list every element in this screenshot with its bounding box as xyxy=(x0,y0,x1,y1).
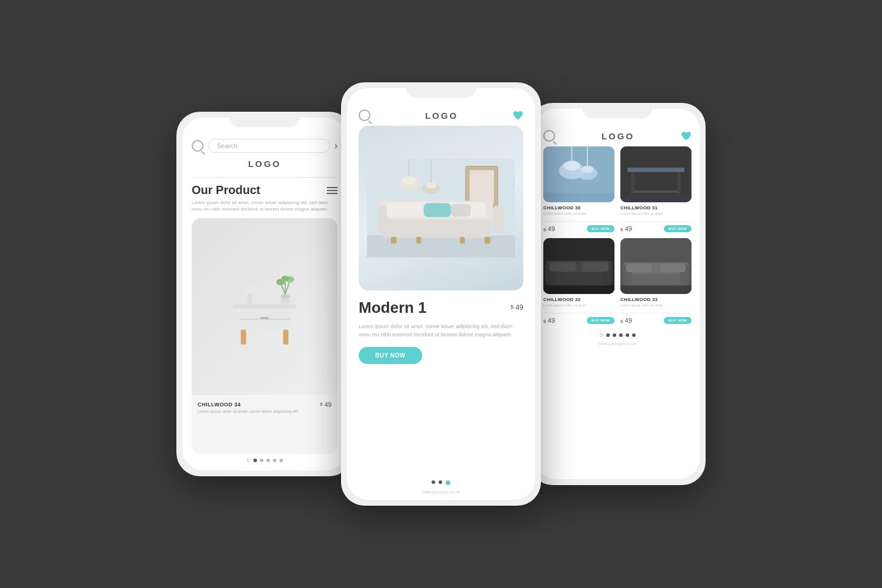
right-buy-btn-4[interactable]: BUY NOW xyxy=(664,317,691,324)
phone-center: LOGO xyxy=(341,82,541,506)
dot-5[interactable] xyxy=(273,459,276,462)
phone-right: LOGO xyxy=(529,103,706,485)
center-website: www.yourapps.co.uk xyxy=(422,490,460,494)
right-buy-btn-2[interactable]: BUY NOW xyxy=(664,225,691,232)
right-dot-1[interactable] xyxy=(600,333,603,337)
phone-center-screen: LOGO xyxy=(347,88,535,500)
right-product-sub-2: Lorem ipsum dolor sit amet xyxy=(620,212,691,215)
phone-left-screen: Search › LOGO Our Product Lor xyxy=(182,118,347,470)
right-product-name-2: CHILLWOOD 31 xyxy=(620,205,691,211)
svg-rect-37 xyxy=(485,237,490,244)
dot-4[interactable] xyxy=(266,459,270,462)
grid-product-4: CHILLWOOD 33 Lorem ipsum dolor sit amet … xyxy=(620,238,691,324)
right-price-row-1: $ 49 BUY NOW xyxy=(543,225,614,232)
product-card-info: CHILLWOOD 34 $ 49 Lorem ipsum dolor sit … xyxy=(192,395,338,417)
product-name: CHILLWOOD 34 xyxy=(198,402,241,407)
right-buy-btn-3[interactable]: BUY NOW xyxy=(587,317,614,324)
right-logo: LOGO xyxy=(602,131,634,141)
right-search-icon[interactable] xyxy=(543,130,555,142)
grid-product-img-1 xyxy=(543,146,614,202)
right-dot-6[interactable] xyxy=(632,333,636,337)
center-buy-now-button[interactable]: BUY NOW xyxy=(359,347,422,364)
phone-left: Search › LOGO Our Product Lor xyxy=(176,112,353,476)
center-dot-1[interactable] xyxy=(432,480,435,484)
right-buy-btn-1[interactable]: BUY NOW xyxy=(587,225,614,232)
right-screen-content: LOGO xyxy=(535,109,700,479)
right-price-1: $ 49 xyxy=(543,225,555,232)
sofa-dark-svg-2 xyxy=(620,238,691,294)
svg-rect-65 xyxy=(626,264,652,273)
grid-product-img-2 xyxy=(620,146,691,202)
right-product-name-1: CHILLWOOD 30 xyxy=(543,205,614,211)
right-heart-icon[interactable] xyxy=(681,131,691,141)
hamburger-icon[interactable] xyxy=(327,187,338,194)
right-price-3: $ 49 xyxy=(543,317,555,324)
svg-rect-29 xyxy=(493,206,504,233)
svg-point-15 xyxy=(282,276,289,281)
right-price-4: $ 49 xyxy=(620,317,632,324)
svg-rect-32 xyxy=(424,203,451,218)
svg-rect-34 xyxy=(390,237,396,244)
right-website: www.yourapps.co.uk xyxy=(599,342,636,346)
left-logo-row: LOGO xyxy=(192,159,338,169)
right-product-sub-4: Lorem ipsum dolor sit amet xyxy=(620,303,691,307)
left-dots xyxy=(192,454,338,465)
dot-6[interactable] xyxy=(279,459,283,462)
product-card-left: CHILLWOOD 34 $ 49 Lorem ipsum dolor sit … xyxy=(192,218,338,454)
right-header: LOGO xyxy=(543,130,691,142)
grid-product-img-4 xyxy=(620,238,691,294)
right-dot-5[interactable] xyxy=(626,333,629,337)
right-dot-4[interactable] xyxy=(619,333,623,337)
center-header: LOGO xyxy=(359,109,523,121)
product-card-image xyxy=(192,218,338,395)
right-divider-2 xyxy=(620,221,691,222)
right-price-row-4: $ 49 BUY NOW xyxy=(620,317,691,324)
product-section-title: Our Product xyxy=(192,183,260,197)
left-logo: LOGO xyxy=(248,159,281,169)
center-bottom: www.yourapps.co.uk xyxy=(359,476,523,494)
svg-rect-19 xyxy=(470,170,494,204)
svg-rect-3 xyxy=(260,317,269,319)
phone-right-screen: LOGO xyxy=(535,109,700,479)
product-price: $ 49 xyxy=(320,401,332,408)
nightstand-svg xyxy=(212,265,318,349)
center-dot-2[interactable] xyxy=(439,480,442,484)
right-product-name-4: CHILLWOOD 33 xyxy=(620,297,691,302)
svg-rect-57 xyxy=(549,262,576,272)
sofa-dark-svg xyxy=(543,238,614,294)
right-price-2: $ 49 xyxy=(620,225,632,232)
search-input[interactable]: Search xyxy=(208,139,330,153)
right-dot-3[interactable] xyxy=(613,333,616,337)
dot-2[interactable] xyxy=(253,459,257,462)
svg-rect-4 xyxy=(241,329,246,344)
center-heart-icon[interactable] xyxy=(513,111,523,120)
arrow-icon[interactable]: › xyxy=(335,141,338,151)
center-dot-3[interactable] xyxy=(446,480,450,485)
svg-rect-35 xyxy=(416,237,421,244)
center-screen-content: LOGO xyxy=(347,88,535,500)
svg-rect-0 xyxy=(233,304,296,308)
center-product-name: Modern 1 xyxy=(359,299,427,317)
right-dot-2[interactable] xyxy=(606,333,610,337)
left-screen-content: Search › LOGO Our Product Lor xyxy=(182,118,347,470)
right-bottom: www.yourapps.co.uk xyxy=(543,326,691,346)
svg-rect-33 xyxy=(451,204,471,216)
search-icon[interactable] xyxy=(192,140,203,152)
right-price-row-3: $ 49 BUY NOW xyxy=(543,317,614,324)
center-product-desc: Lorem ipsum dolor sit amet, conse tetuer… xyxy=(359,323,523,339)
center-search-icon[interactable] xyxy=(359,109,370,121)
price-row: CHILLWOOD 34 $ 49 xyxy=(198,401,332,408)
product-section-desc: Lorem ipsum dolor sit amet, conse tetuer… xyxy=(192,199,338,212)
center-logo: LOGO xyxy=(425,111,458,121)
svg-point-25 xyxy=(426,182,436,188)
right-product-name-3: CHILLWOOD 32 xyxy=(543,297,614,302)
svg-rect-66 xyxy=(660,264,686,273)
center-product-image xyxy=(359,126,523,290)
dot-3[interactable] xyxy=(260,459,263,462)
svg-rect-36 xyxy=(460,237,465,244)
dot-1[interactable] xyxy=(247,459,250,462)
table-svg xyxy=(620,146,691,202)
product-section-header: Our Product xyxy=(192,183,338,197)
svg-rect-17 xyxy=(367,235,515,258)
grid-product-2: CHILLWOOD 31 Lorem ipsum dolor sit amet … xyxy=(620,146,691,232)
